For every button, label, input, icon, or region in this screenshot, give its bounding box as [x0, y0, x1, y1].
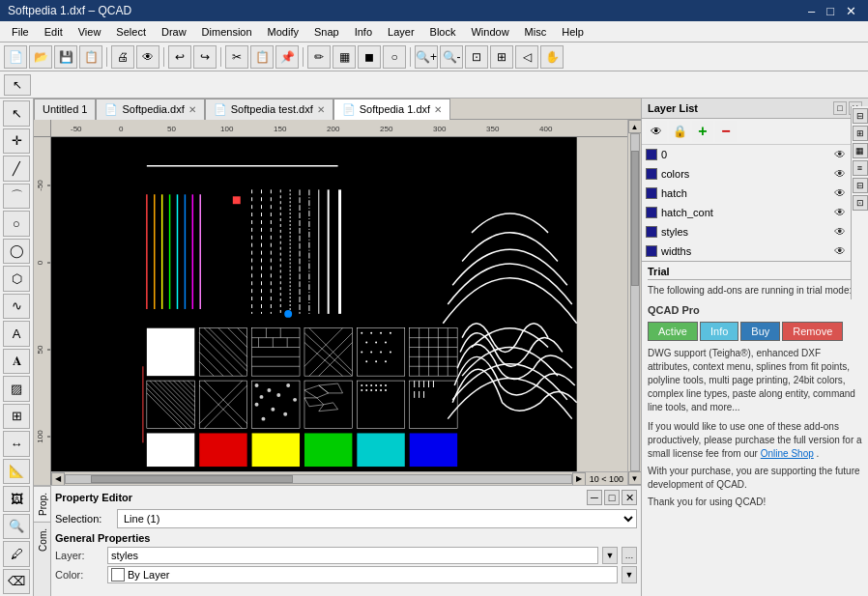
online-shop-link[interactable]: Online Shop — [761, 448, 814, 459]
layer-row-styles[interactable]: styles 👁 🔒 — [642, 222, 868, 241]
layer-row-hatch-cont[interactable]: hatch_cont 👁 🔒 — [642, 203, 868, 222]
select-tool[interactable]: ↖ — [3, 100, 30, 127]
open-button[interactable]: 📂 — [29, 45, 52, 69]
layer-options-button[interactable]: … — [622, 547, 637, 564]
tab-softpedia1-dxf-close[interactable]: ✕ — [434, 104, 442, 115]
scroll-right-button[interactable]: ▶ — [572, 472, 586, 486]
buy-button[interactable]: Buy — [740, 322, 780, 341]
v-scrollbar-thumb[interactable] — [631, 151, 639, 285]
menu-select[interactable]: Select — [108, 24, 154, 40]
hatch-button[interactable]: ▦ — [333, 45, 356, 69]
remove-button[interactable]: Remove — [782, 322, 843, 341]
layer-hatch-cont-visible-icon[interactable]: 👁 — [834, 206, 846, 219]
menu-snap[interactable]: Snap — [306, 24, 347, 40]
erase-tool[interactable]: ⌫ — [3, 569, 30, 595]
save-button[interactable]: 💾 — [54, 45, 77, 69]
menu-modify[interactable]: Modify — [260, 24, 306, 40]
prop-tab[interactable]: Prop. — [34, 486, 50, 522]
spline-tool[interactable]: ∿ — [3, 294, 30, 320]
print-button[interactable]: 🖨 — [111, 45, 134, 69]
cut-button[interactable]: ✂ — [225, 45, 248, 69]
zoom-prev-button[interactable]: ◁ — [515, 45, 538, 69]
menu-dimension[interactable]: Dimension — [194, 24, 260, 40]
rmt-btn-1[interactable]: ⊟ — [853, 108, 868, 124]
layer-row-widths[interactable]: widths 👁 🔒 — [642, 241, 868, 261]
h-scrollbar-thumb[interactable] — [91, 475, 293, 483]
menu-edit[interactable]: Edit — [37, 24, 71, 40]
tab-softpedia1-dxf[interactable]: 📄 Softpedia 1.dxf ✕ — [333, 99, 450, 120]
mtext-tool[interactable]: 𝐀 — [3, 349, 30, 375]
select-tool-button[interactable]: ↖ — [4, 74, 31, 96]
menu-file[interactable]: File — [4, 24, 37, 40]
new-button[interactable]: 📄 — [4, 45, 27, 69]
layer-remove-button[interactable]: − — [715, 121, 737, 142]
layer-row-hatch[interactable]: hatch 👁 🔒 — [642, 184, 868, 203]
tab-softpedia-dxf[interactable]: 📄 Softpedia.dxf ✕ — [96, 99, 204, 120]
layer-add-button[interactable]: + — [692, 121, 713, 142]
layer-styles-visible-icon[interactable]: 👁 — [834, 225, 846, 239]
polyline-tool[interactable]: ⬡ — [3, 266, 30, 292]
rmt-btn-5[interactable]: ⊟ — [853, 178, 868, 193]
color-browse-button[interactable]: ▼ — [622, 566, 637, 583]
tab-softpedia-test[interactable]: 📄 Softpedia test.dxf ✕ — [205, 99, 333, 120]
menu-draw[interactable]: Draw — [154, 24, 194, 40]
block-insert[interactable]: ⊞ — [3, 404, 30, 430]
hatch-tool[interactable]: ▨ — [3, 376, 30, 402]
zoom-out-button[interactable]: 🔍- — [440, 45, 463, 69]
rmt-btn-3[interactable]: ▦ — [853, 143, 868, 158]
rmt-btn-6[interactable]: ⊡ — [853, 195, 868, 211]
layer-browse-button[interactable]: ▼ — [602, 547, 618, 564]
tab-untitled1[interactable]: Untitled 1 — [34, 99, 96, 120]
layer-row-0[interactable]: 0 👁 🔒 — [642, 145, 868, 164]
layer-row-colors[interactable]: colors 👁 🔒 — [642, 164, 868, 184]
redo-button[interactable]: ↪ — [193, 45, 217, 69]
maximize-button[interactable]: □ — [823, 4, 838, 18]
layer-visibility-all-button[interactable]: 👁 — [646, 121, 667, 142]
menu-layer[interactable]: Layer — [380, 24, 422, 40]
layer-hatch-visible-icon[interactable]: 👁 — [834, 186, 846, 200]
selection-combo[interactable]: Line (1) — [117, 509, 637, 528]
tab-softpedia-test-close[interactable]: ✕ — [317, 104, 325, 115]
prop-close-button[interactable]: ✕ — [622, 490, 637, 505]
zoom-tool[interactable]: 🔍 — [3, 514, 30, 540]
save-as-button[interactable]: 📋 — [79, 45, 102, 69]
v-scrollbar-track[interactable] — [630, 133, 640, 471]
menu-window[interactable]: Window — [463, 24, 516, 40]
menu-block[interactable]: Block — [422, 24, 464, 40]
layer-colors-visible-icon[interactable]: 👁 — [834, 167, 846, 181]
pan-button[interactable]: ✋ — [540, 45, 564, 69]
undo-button[interactable]: ↩ — [168, 45, 191, 69]
circle-button[interactable]: ○ — [383, 45, 406, 69]
draw-button[interactable]: ✏ — [307, 45, 331, 69]
menu-help[interactable]: Help — [554, 24, 592, 40]
drawing-area[interactable] — [51, 137, 627, 471]
com-tab[interactable]: Com. — [34, 522, 50, 557]
pen-tool[interactable]: 🖊 — [3, 541, 30, 567]
measure-tool[interactable]: 📐 — [3, 459, 30, 485]
tab-softpedia-dxf-close[interactable]: ✕ — [188, 104, 196, 115]
dim-tool[interactable]: ↔ — [3, 431, 30, 457]
line-tool[interactable]: ╱ — [3, 156, 30, 182]
info-button[interactable]: Info — [700, 322, 738, 341]
menu-info[interactable]: Info — [347, 24, 380, 40]
menu-misc[interactable]: Misc — [517, 24, 555, 40]
layer-0-visible-icon[interactable]: 👁 — [834, 148, 846, 161]
prop-float-button[interactable]: □ — [604, 490, 620, 505]
print-preview-button[interactable]: 👁 — [136, 45, 159, 69]
block-button[interactable]: ◼ — [358, 45, 381, 69]
layer-lock-all-button[interactable]: 🔒 — [669, 121, 690, 142]
arc-tool[interactable]: ⌒ — [3, 184, 30, 210]
layer-panel-float-button[interactable]: □ — [833, 101, 847, 115]
zoom-select-button[interactable]: ⊞ — [490, 45, 513, 69]
v-scrollbar[interactable]: ▲ ▼ — [627, 120, 641, 485]
scroll-up-button[interactable]: ▲ — [628, 120, 642, 133]
circle-tool[interactable]: ○ — [3, 211, 30, 237]
prop-minimize-button[interactable]: ─ — [587, 490, 602, 505]
minimize-button[interactable]: – — [804, 4, 819, 18]
scroll-down-button[interactable]: ▼ — [628, 471, 642, 485]
rmt-btn-4[interactable]: ≡ — [853, 160, 868, 176]
scroll-left-button[interactable]: ◀ — [51, 472, 65, 486]
ellipse-tool[interactable]: ◯ — [3, 239, 30, 265]
move-tool[interactable]: ✛ — [3, 128, 30, 155]
paste-button[interactable]: 📌 — [275, 45, 299, 69]
